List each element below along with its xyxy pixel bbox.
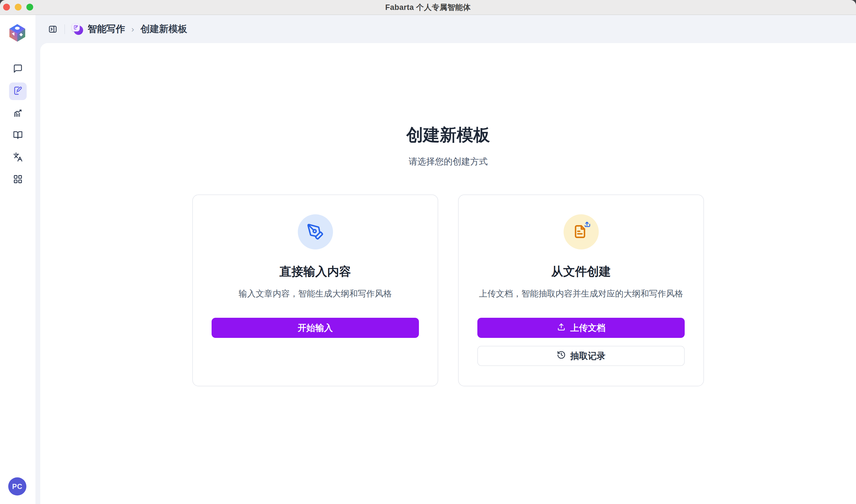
creation-options: 直接输入内容 输入文章内容，智能生成大纲和写作风格 开始输入 bbox=[40, 195, 856, 386]
page-subtitle: 请选择您的创建方式 bbox=[40, 156, 856, 167]
user-avatar[interactable]: PC bbox=[8, 478, 27, 496]
smart-writing-badge-icon bbox=[72, 23, 83, 35]
grid-icon bbox=[13, 174, 23, 185]
zoom-button[interactable] bbox=[27, 4, 33, 11]
card-title: 直接输入内容 bbox=[280, 264, 351, 280]
extraction-history-label: 抽取记录 bbox=[570, 350, 606, 362]
app-window: Fabarta 个人专属智能体 bbox=[0, 0, 856, 504]
breadcrumb-leaf: 创建新模板 bbox=[140, 23, 187, 35]
card-direct-input: 直接输入内容 输入文章内容，智能生成大纲和写作风格 开始输入 bbox=[192, 195, 438, 386]
card-description: 上传文档，智能抽取内容并生成对应的大纲和写作风格 bbox=[479, 288, 683, 300]
fabarta-cube-logo bbox=[8, 23, 27, 42]
sidebar-item-chat[interactable] bbox=[9, 60, 27, 78]
minimize-button[interactable] bbox=[15, 4, 21, 11]
sidebar-item-translate[interactable] bbox=[9, 149, 27, 166]
pen-tool-icon bbox=[298, 214, 333, 249]
upload-document-label: 上传文档 bbox=[570, 322, 606, 334]
breadcrumb-separator: › bbox=[131, 24, 134, 34]
card-from-file: 从文件创建 上传文档，智能抽取内容并生成对应的大纲和写作风格 上传文档 抽取记录 bbox=[458, 195, 704, 386]
history-icon bbox=[557, 350, 566, 362]
header-divider bbox=[64, 24, 65, 34]
sidebar-item-analytics[interactable] bbox=[9, 105, 27, 122]
sidebar-item-apps[interactable] bbox=[9, 171, 27, 188]
panel-collapse-icon[interactable] bbox=[47, 24, 58, 35]
main-panel: 创建新模板 请选择您的创建方式 直接输入内容 输入文章内容，智能生成大纲和写作风… bbox=[40, 43, 856, 504]
extraction-history-button[interactable]: 抽取记录 bbox=[477, 346, 685, 366]
upload-document-button[interactable]: 上传文档 bbox=[477, 318, 685, 338]
start-input-button[interactable]: 开始输入 bbox=[212, 318, 419, 338]
chat-bubble-icon bbox=[13, 64, 23, 75]
breadcrumb-root[interactable]: 智能写作 bbox=[88, 23, 125, 35]
macos-titlebar: Fabarta 个人专属智能体 bbox=[0, 0, 856, 15]
sidebar-item-smart-writing[interactable] bbox=[9, 83, 27, 100]
sidebar-nav bbox=[0, 60, 35, 188]
chart-trend-icon bbox=[13, 108, 23, 119]
translate-icon bbox=[13, 152, 23, 163]
upload-icon bbox=[557, 322, 566, 334]
card-description: 输入文章内容，智能生成大纲和写作风格 bbox=[239, 288, 392, 300]
book-open-icon bbox=[13, 130, 23, 141]
sidebar-item-knowledge[interactable] bbox=[9, 127, 27, 144]
file-pen-icon bbox=[13, 86, 23, 97]
traffic-lights bbox=[3, 4, 33, 11]
page-title: 创建新模板 bbox=[40, 124, 856, 147]
window-title: Fabarta 个人专属智能体 bbox=[385, 2, 471, 13]
header: 智能写作 › 创建新模板 bbox=[35, 15, 856, 43]
close-button[interactable] bbox=[3, 4, 10, 11]
sidebar: PC bbox=[0, 15, 35, 504]
document-upload-icon bbox=[563, 214, 599, 249]
card-title: 从文件创建 bbox=[552, 264, 611, 280]
